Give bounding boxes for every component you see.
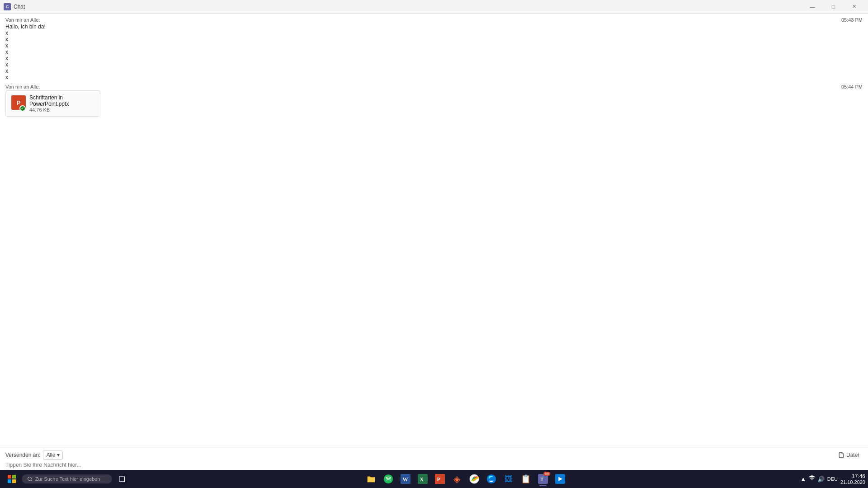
clock-time: 17:46 [840, 473, 865, 479]
network-icon [808, 475, 816, 482]
start-button[interactable] [3, 470, 21, 488]
svg-text:W: W [403, 476, 408, 483]
x-line: x [5, 68, 863, 74]
svg-line-5 [31, 480, 32, 481]
tray-network-icon[interactable] [808, 475, 816, 483]
message-block-file: Von mir an Alle: 05:44 PM P ✓ Schriftart… [5, 84, 863, 117]
system-clock[interactable]: 17:46 21.10.2020 [840, 473, 865, 485]
x-line: x [5, 42, 863, 49]
video-icon [555, 474, 565, 484]
taskbar-search-input[interactable] [35, 476, 107, 482]
send-to-label: Versenden an: [5, 452, 40, 458]
window-title: Chat [14, 4, 25, 10]
message-input[interactable] [5, 462, 863, 468]
language-indicator[interactable]: DEU [827, 476, 838, 482]
app-icon-small: C [4, 3, 11, 10]
svg-text:X: X [420, 476, 424, 483]
title-bar: C Chat — □ ✕ [0, 0, 868, 14]
taskbar-app-photos[interactable]: 🖼 [500, 471, 517, 487]
excel-icon: X [418, 474, 428, 484]
taskbar-left: ❑ [3, 470, 131, 488]
taskbar-search[interactable] [22, 474, 112, 483]
taskbar-app-spotify[interactable] [380, 471, 396, 487]
send-to-dropdown[interactable]: Alle ▾ [43, 450, 63, 460]
send-to-row: Versenden an: Alle ▾ Datei [5, 450, 863, 460]
file-attachment[interactable]: P ✓ Schriftarten in PowerPoint.pptx 44.7… [5, 90, 100, 117]
chrome-icon [469, 474, 479, 484]
svg-rect-1 [12, 475, 16, 479]
message-input-row [5, 462, 863, 468]
svg-rect-2 [8, 479, 11, 483]
windows-icon [8, 475, 16, 483]
file-icon-wrap: P ✓ [11, 95, 26, 112]
svg-point-6 [384, 474, 393, 483]
search-icon [27, 476, 33, 482]
clock-date: 21.10.2020 [840, 479, 865, 485]
file-name: Schriftarten in PowerPoint.pptx [29, 94, 94, 107]
taskbar-app-brand[interactable]: ◈ [449, 471, 465, 487]
title-bar-left: C Chat [4, 3, 25, 10]
svg-point-15 [487, 474, 496, 483]
message-meta: Von mir an Alle: 05:44 PM [5, 84, 863, 89]
minimize-button[interactable]: — [802, 0, 823, 14]
svg-rect-3 [12, 479, 16, 483]
taskbar-app-video[interactable] [552, 471, 568, 487]
taskbar: ❑ W X [0, 470, 868, 488]
word-icon: W [401, 474, 410, 484]
message-meta: Von mir an Alle: 05:43 PM [5, 17, 863, 23]
x-line: x [5, 74, 863, 80]
spotify-icon [383, 474, 393, 484]
chat-area: Von mir an Alle: 05:43 PM Hallo, ich bin… [0, 14, 868, 416]
message-timestamp: 05:43 PM [841, 17, 863, 23]
file-icon [838, 452, 844, 458]
message-text: Hallo, ich bin da! x x x x x x x x [5, 23, 863, 80]
system-tray: ▲ 🔊 [800, 475, 825, 483]
teams-badge: 69 [543, 472, 550, 476]
tray-volume-icon[interactable]: 🔊 [817, 476, 825, 483]
taskbar-app-teams[interactable]: T 69 [535, 471, 551, 487]
message-sender: Von mir an Alle: [5, 84, 40, 89]
taskbar-app-word[interactable]: W [397, 471, 414, 487]
taskbar-app-edge[interactable] [483, 471, 500, 487]
x-line: x [5, 36, 863, 42]
taskbar-app-explorer[interactable] [363, 471, 379, 487]
bottom-input-area: Versenden an: Alle ▾ Datei [0, 447, 868, 470]
folder-icon [366, 474, 376, 484]
chevron-down-icon: ▾ [57, 452, 60, 458]
tray-arrow-icon[interactable]: ▲ [800, 475, 807, 483]
file-info: Schriftarten in PowerPoint.pptx 44.76 KB [29, 94, 94, 113]
file-button[interactable]: Datei [835, 450, 863, 460]
file-size: 44.76 KB [29, 107, 94, 113]
close-button[interactable]: ✕ [844, 0, 864, 14]
message-timestamp: 05:44 PM [841, 84, 863, 89]
taskbar-app-excel[interactable]: X [415, 471, 431, 487]
powerpoint-icon: P [435, 474, 445, 484]
taskbar-app-sticky[interactable]: 📋 [518, 471, 534, 487]
taskbar-app-chrome[interactable] [466, 471, 482, 487]
x-line: x [5, 55, 863, 61]
message-sender: Von mir an Alle: [5, 17, 40, 23]
upload-check-icon: ✓ [19, 105, 26, 112]
window-controls: — □ ✕ [802, 0, 864, 14]
taskbar-right: ▲ 🔊 DEU 17:46 21.10.2020 [800, 473, 865, 485]
message-block: Von mir an Alle: 05:43 PM Hallo, ich bin… [5, 17, 863, 80]
svg-text:T: T [540, 477, 543, 482]
svg-point-4 [28, 477, 31, 481]
maximize-button[interactable]: □ [823, 0, 844, 14]
task-view-button[interactable]: ❑ [113, 470, 131, 488]
x-line: x [5, 61, 863, 68]
svg-rect-0 [8, 475, 11, 479]
svg-text:P: P [437, 476, 440, 483]
taskbar-app-powerpoint[interactable]: P [432, 471, 448, 487]
x-line: x [5, 49, 863, 55]
edge-icon [486, 474, 496, 484]
taskbar-apps: W X P ◈ [363, 471, 568, 487]
x-line: x [5, 30, 863, 36]
send-to-value: Alle [46, 452, 55, 458]
